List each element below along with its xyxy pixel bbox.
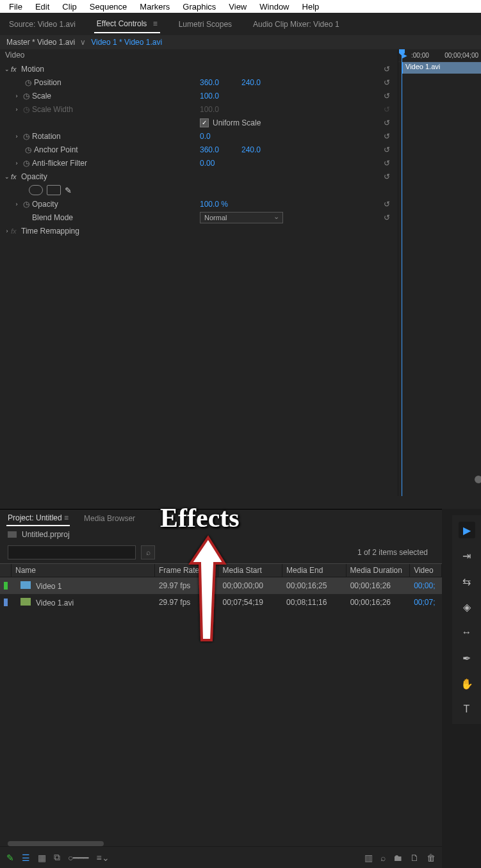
twisty-icon[interactable]: › bbox=[3, 228, 11, 234]
col-media-end[interactable]: Media End bbox=[282, 564, 346, 577]
new-item-icon[interactable]: 🗋 bbox=[410, 853, 419, 863]
stopwatch-icon[interactable]: ◷ bbox=[20, 132, 32, 141]
rect-mask-icon[interactable] bbox=[47, 185, 61, 195]
stopwatch-icon[interactable]: ◷ bbox=[22, 145, 34, 154]
project-item[interactable]: Video 1 29.97 fps 00;00;00;00 00;00;16;2… bbox=[0, 577, 442, 594]
reset-icon[interactable]: ↺ bbox=[379, 118, 395, 127]
reset-icon[interactable]: ↺ bbox=[379, 65, 395, 74]
menu-markers[interactable]: Markers bbox=[133, 1, 176, 13]
prop-position: ◷ Position 360.0240.0 ↺ bbox=[0, 76, 398, 89]
anchor-y[interactable]: 240.0 bbox=[241, 145, 270, 154]
find-icon[interactable]: ⌕ bbox=[380, 853, 386, 863]
fx-badge[interactable]: fx bbox=[11, 227, 21, 235]
new-search-bin-icon[interactable]: ⌕ bbox=[141, 545, 155, 559]
twisty-icon[interactable]: › bbox=[13, 201, 20, 207]
panel-menu-icon[interactable]: ≡ bbox=[151, 19, 157, 28]
effect-motion[interactable]: ⌄ fx Motion ↺ bbox=[0, 62, 398, 76]
twisty-icon[interactable]: › bbox=[13, 106, 20, 113]
menu-clip[interactable]: Clip bbox=[56, 1, 83, 13]
menu-edit[interactable]: Edit bbox=[29, 1, 56, 13]
automate-icon[interactable]: ▥ bbox=[364, 853, 373, 863]
tab-project[interactable]: Project: Untitled ≡ bbox=[6, 511, 70, 526]
stopwatch-icon[interactable]: ◷ bbox=[22, 78, 34, 87]
label-color[interactable] bbox=[4, 582, 8, 590]
col-framerate[interactable]: Frame Rate bbox=[155, 564, 219, 577]
position-y[interactable]: 240.0 bbox=[241, 78, 270, 87]
flicker-value[interactable]: 0.00 bbox=[200, 159, 229, 168]
col-media-start[interactable]: Media Start bbox=[218, 564, 282, 577]
col-name[interactable]: Name bbox=[12, 564, 155, 577]
twisty-icon[interactable]: › bbox=[13, 160, 20, 166]
pen-tool-icon[interactable]: ✒ bbox=[459, 650, 475, 666]
label-color[interactable] bbox=[4, 599, 8, 606]
blend-mode-select[interactable]: Normal bbox=[200, 212, 283, 223]
reset-icon[interactable]: ↺ bbox=[379, 92, 395, 100]
position-x[interactable]: 360.0 bbox=[200, 78, 229, 87]
twisty-icon[interactable]: ⌄ bbox=[3, 173, 11, 180]
selection-tool-icon[interactable]: ▶ bbox=[459, 522, 475, 538]
instance-clip-label[interactable]: Video 1 * Video 1.avi bbox=[91, 38, 162, 47]
clip-bar[interactable]: Video 1.avi bbox=[402, 62, 481, 74]
opacity-value[interactable]: 100.0 % bbox=[200, 200, 229, 209]
sort-icon[interactable]: ≡⌄ bbox=[96, 853, 109, 863]
tab-lumetri[interactable]: Lumetri Scopes bbox=[176, 16, 234, 33]
scale-value[interactable]: 100.0 bbox=[200, 92, 229, 100]
effect-opacity[interactable]: ⌄ fx Opacity ↺ bbox=[0, 170, 398, 183]
prop-scale: › ◷ Scale 100.0 ↺ bbox=[0, 89, 398, 102]
effect-time-remapping[interactable]: › fx Time Remapping bbox=[0, 224, 398, 237]
time-ruler[interactable]: ▶ :00;00 00;00;04;00 bbox=[398, 49, 481, 62]
panel-menu-icon[interactable]: ≡ bbox=[64, 513, 69, 522]
scroll-thumb[interactable] bbox=[475, 476, 481, 483]
ripple-edit-tool-icon[interactable]: ⇆ bbox=[459, 573, 475, 590]
pen-mask-icon[interactable]: ✎ bbox=[65, 186, 72, 195]
write-icon[interactable]: ✎ bbox=[6, 853, 14, 863]
tab-audio-mixer[interactable]: Audio Clip Mixer: Video 1 bbox=[250, 16, 342, 33]
reset-icon[interactable]: ↺ bbox=[379, 159, 395, 168]
menu-view[interactable]: View bbox=[222, 1, 253, 13]
col-media-duration[interactable]: Media Duration bbox=[346, 564, 411, 577]
menu-sequence[interactable]: Sequence bbox=[83, 1, 134, 13]
reset-icon[interactable]: ↺ bbox=[379, 172, 395, 181]
twisty-icon[interactable]: › bbox=[13, 93, 20, 99]
tab-source[interactable]: Source: Video 1.avi bbox=[6, 16, 78, 33]
rotation-value[interactable]: 0.0 bbox=[200, 132, 229, 141]
tab-effect-controls[interactable]: Effect Controls ≡ bbox=[94, 15, 160, 33]
list-view-icon[interactable]: ☰ bbox=[22, 853, 30, 863]
reset-icon[interactable]: ↺ bbox=[379, 132, 395, 141]
effect-timeline[interactable]: ▶ :00;00 00;00;04;00 Video 1.avi bbox=[398, 49, 481, 496]
zoom-slider[interactable]: ○━━━ bbox=[68, 853, 88, 863]
uniform-scale-checkbox[interactable]: ✓ bbox=[200, 118, 209, 127]
razor-tool-icon[interactable]: ◈ bbox=[459, 599, 475, 615]
icon-view-icon[interactable]: ▦ bbox=[38, 853, 46, 863]
twisty-icon[interactable]: ⌄ bbox=[3, 66, 11, 72]
project-item[interactable]: Video 1.avi 29.97 fps 00;07;54;19 00;08;… bbox=[0, 594, 442, 611]
slip-tool-icon[interactable]: ↔ bbox=[459, 624, 475, 641]
fx-badge[interactable]: fx bbox=[11, 65, 21, 73]
reset-icon[interactable]: ↺ bbox=[379, 78, 395, 87]
fx-badge[interactable]: fx bbox=[11, 173, 21, 181]
reset-icon[interactable]: ↺ bbox=[379, 145, 395, 154]
anchor-x[interactable]: 360.0 bbox=[200, 145, 229, 154]
type-tool-icon[interactable]: T bbox=[459, 701, 475, 718]
twisty-icon[interactable]: › bbox=[13, 133, 20, 140]
reset-icon[interactable]: ↺ bbox=[379, 213, 395, 222]
search-input[interactable] bbox=[8, 545, 136, 559]
freeform-view-icon[interactable]: ⧉ bbox=[54, 852, 60, 863]
playhead[interactable] bbox=[402, 49, 402, 496]
stopwatch-icon[interactable]: ◷ bbox=[20, 159, 32, 168]
menu-help[interactable]: Help bbox=[296, 1, 326, 13]
hand-tool-icon[interactable]: ✋ bbox=[459, 675, 475, 692]
reset-icon[interactable]: ↺ bbox=[379, 200, 395, 209]
trash-icon[interactable]: 🗑 bbox=[427, 853, 436, 863]
new-bin-icon[interactable]: 🖿 bbox=[393, 853, 402, 863]
ellipse-mask-icon[interactable] bbox=[29, 185, 43, 195]
tab-media-browser[interactable]: Media Browser bbox=[83, 511, 136, 526]
menu-graphics[interactable]: Graphics bbox=[176, 1, 222, 13]
stopwatch-icon[interactable]: ◷ bbox=[20, 92, 32, 100]
horizontal-scrollbar[interactable] bbox=[8, 841, 104, 846]
menu-file[interactable]: File bbox=[3, 1, 29, 13]
menu-window[interactable]: Window bbox=[253, 1, 295, 13]
track-select-tool-icon[interactable]: ⇥ bbox=[459, 547, 475, 564]
stopwatch-icon[interactable]: ◷ bbox=[20, 200, 32, 209]
col-video[interactable]: Video bbox=[410, 564, 442, 577]
